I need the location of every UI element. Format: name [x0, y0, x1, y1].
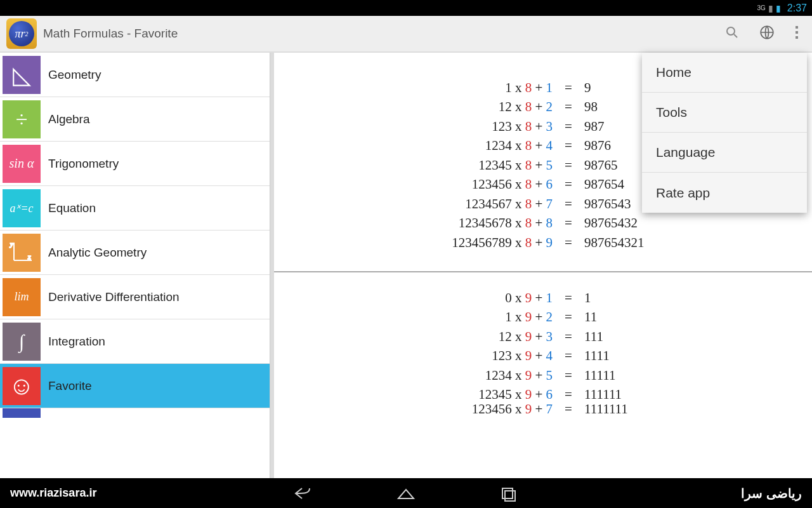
network-3g-icon: 3G: [757, 4, 766, 11]
sidebar-item-label: Trigonometry: [48, 157, 119, 171]
svg-rect-3: [796, 26, 798, 29]
fav-icon: ☺: [3, 367, 41, 405]
page-title: Math Formulas - Favorite: [43, 27, 724, 41]
sidebar-item-geometry[interactable]: ◺Geometry: [0, 53, 270, 97]
globe-icon[interactable]: [759, 24, 775, 43]
svg-text:y: y: [10, 241, 13, 248]
app-icon[interactable]: πr2: [6, 18, 37, 49]
sidebar-item-integration[interactable]: ∫Integration: [0, 319, 270, 364]
formula-row: 1 x 9 + 2=11: [274, 307, 812, 326]
menu-item-rate-app[interactable]: Rate app: [642, 173, 807, 213]
home-icon[interactable]: [396, 485, 416, 502]
geom-icon: ◺: [3, 56, 41, 94]
svg-line-1: [734, 34, 737, 37]
eq-icon: aˣ=c: [3, 189, 41, 227]
sidebar-item-favorite[interactable]: ☺Favorite: [0, 364, 270, 408]
clock: 2:37: [787, 3, 807, 14]
menu-item-language[interactable]: Language: [642, 133, 807, 173]
formula-row: 1234 x 9 + 5=11111: [274, 366, 812, 385]
sidebar-item-label: Favorite: [48, 379, 92, 393]
svg-rect-11: [505, 491, 515, 501]
sidebar-item-algebra[interactable]: ÷Algebra: [0, 97, 270, 142]
sidebar-item-equation[interactable]: aˣ=cEquation: [0, 186, 270, 231]
signal-icon: ▮: [768, 3, 773, 13]
sidebar-item-analytic-geometry[interactable]: xyAnalytic Geometry: [0, 231, 270, 275]
partial-icon: [3, 408, 41, 418]
svg-text:x: x: [27, 253, 31, 260]
sidebar-item-label: Integration: [48, 335, 105, 349]
sidebar-item-label: Analytic Geometry: [48, 246, 147, 260]
formula-row: 123 x 9 + 4=1111: [274, 346, 812, 365]
formula-block-2: 0 x 9 + 1=11 x 9 + 2=1112 x 9 + 3=111123…: [274, 272, 812, 434]
trig-icon: sin α: [3, 145, 41, 183]
sidebar-item-label: Geometry: [48, 68, 101, 82]
sidebar-item-derivative-differentiation[interactable]: limDerivative Differentiation: [0, 275, 270, 319]
sidebar-item-label: Equation: [48, 201, 96, 215]
overflow-menu: HomeToolsLanguageRate app: [642, 53, 807, 213]
status-bar: 3G ▮ ▮ 2:37: [0, 0, 812, 16]
action-bar: πr2 Math Formulas - Favorite: [0, 16, 812, 53]
svg-rect-4: [796, 31, 798, 34]
alg-icon: ÷: [3, 100, 41, 138]
menu-item-home[interactable]: Home: [642, 53, 807, 93]
formula-row: 0 x 9 + 1=1: [274, 288, 812, 307]
formula-row: 123456789 x 8 + 9=987654321: [274, 233, 812, 252]
sidebar[interactable]: ◺Geometry÷Algebrasin αTrigonometryaˣ=cEq…: [0, 53, 270, 478]
recent-apps-icon[interactable]: [499, 485, 519, 502]
ana-icon: xy: [3, 234, 41, 272]
int-icon: ∫: [3, 323, 41, 361]
der-icon: lim: [3, 278, 41, 316]
sidebar-item-label: Derivative Differentiation: [48, 290, 180, 304]
svg-point-0: [727, 27, 735, 35]
sidebar-item-partial[interactable]: [0, 408, 270, 418]
overflow-menu-icon[interactable]: [794, 25, 799, 43]
footer-brand: ریاضی سرا: [741, 486, 802, 501]
svg-rect-5: [796, 36, 798, 39]
back-icon[interactable]: [293, 485, 313, 502]
sidebar-item-trigonometry[interactable]: sin αTrigonometry: [0, 142, 270, 186]
search-icon[interactable]: [724, 25, 740, 43]
formula-row: 12 x 9 + 3=111: [274, 327, 812, 346]
footer-url: www.riazisara.ir: [10, 486, 96, 500]
content-area: ◺Geometry÷Algebrasin αTrigonometryaˣ=cEq…: [0, 53, 812, 478]
formula-row: 12345 x 9 + 6=111111: [274, 385, 812, 404]
formula-row: 12345678 x 8 + 8=98765432: [274, 213, 812, 232]
battery-icon: ▮: [776, 3, 781, 13]
menu-item-tools[interactable]: Tools: [642, 93, 807, 133]
sidebar-item-label: Algebra: [48, 112, 90, 126]
formula-row: 123456 x 9 + 7=1111111: [274, 404, 812, 415]
svg-rect-10: [502, 488, 513, 498]
nav-bar: www.riazisara.ir ریاضی سرا: [0, 478, 812, 508]
